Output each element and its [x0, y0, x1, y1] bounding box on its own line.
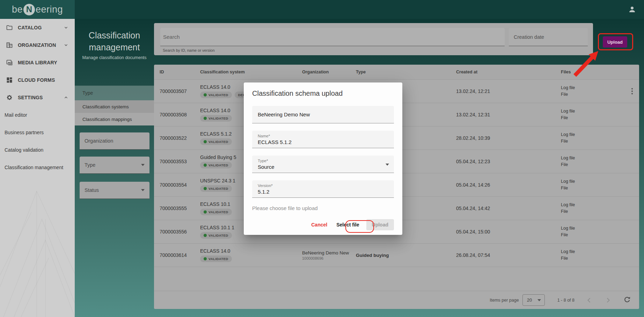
version-field[interactable]: Version* 5.1.2 — [252, 180, 394, 198]
file-link[interactable]: Log file — [561, 155, 625, 161]
cell-created-at: 28.02.24, 10:39 — [456, 135, 561, 141]
organization-value: BeNeering Demo New — [258, 111, 388, 117]
sidebar-item-mail-editor[interactable]: Mail editor — [0, 106, 75, 124]
cell-id: 7000003507 — [160, 88, 200, 94]
organization-filter-placeholder: Organization — [85, 138, 113, 144]
logo[interactable]: be N eering — [0, 0, 75, 19]
file-link[interactable]: Log file — [561, 108, 625, 115]
sidebar-item-label: CATALOG — [18, 25, 42, 30]
select-file-button[interactable]: Select file — [334, 219, 362, 230]
search-helper-text: Search by ID, name or version — [163, 48, 215, 52]
upload-button[interactable]: Upload — [603, 36, 627, 48]
cell-id: 7000003553 — [160, 159, 200, 164]
cell-id: 7000003554 — [160, 182, 200, 188]
table-footer: Items per page 20 1 - 8 of 8 — [154, 291, 639, 309]
name-field[interactable]: Name* ECLASS 5.1.2 — [252, 131, 394, 148]
page-title: Classification management — [77, 29, 152, 53]
status-filter-placeholder: Status — [85, 187, 99, 193]
file-link[interactable]: File — [561, 208, 625, 215]
sidebar-item-settings[interactable]: SETTINGS — [0, 89, 75, 106]
dialog-title: Classification schema upload — [252, 89, 394, 98]
column-header: Type — [356, 70, 456, 74]
chevron-down-icon — [141, 164, 145, 166]
dialog-upload-button[interactable]: Upload — [366, 219, 394, 230]
sidebar-item-label: MEDIA LIBRARY — [18, 60, 57, 65]
status-badge: VALIDATED — [200, 232, 232, 239]
status-badge: VALIDATED — [200, 92, 232, 98]
sidebar-item-cloud-forms[interactable]: CLOUD FORMS — [0, 71, 75, 89]
creation-date-placeholder: Creation date — [514, 34, 544, 40]
cloud-forms-icon — [6, 77, 13, 84]
file-link[interactable]: File — [561, 232, 625, 238]
table-row[interactable]: 7000003614ECLASS 14.0VALIDATEDBeNeering … — [154, 244, 639, 267]
file-link[interactable]: Log file — [561, 225, 625, 232]
file-link[interactable]: Log file — [561, 178, 625, 185]
filter-option-classification-mappings[interactable]: Classification mappings — [75, 113, 154, 125]
status-badge: VALIDATED — [200, 185, 232, 192]
file-link[interactable]: File — [561, 161, 625, 168]
filter-type-header: Type — [75, 86, 154, 100]
validated-dot-icon — [204, 164, 207, 167]
classification-schema-upload-dialog: Classification schema upload BeNeering D… — [244, 82, 402, 235]
file-link[interactable]: File — [561, 255, 625, 262]
sidebar-item-business-partners[interactable]: Business partners — [0, 124, 75, 141]
cell-actions — [625, 87, 639, 96]
file-link[interactable]: File — [561, 91, 625, 98]
cell-files: Log fileFile — [561, 202, 625, 215]
version-label: Version* — [258, 183, 388, 188]
user-icon[interactable] — [628, 5, 636, 14]
search-input[interactable]: Search — [160, 28, 505, 46]
sidebar-item-media-library[interactable]: MEDIA LIBRARY — [0, 54, 75, 71]
choose-file-hint: Please choose file to upload — [252, 205, 394, 211]
file-link[interactable]: Log file — [561, 85, 625, 91]
cell-id: 7000003508 — [160, 112, 200, 117]
cell-created-at: 13.02.24, 12:31 — [456, 112, 561, 117]
file-link[interactable]: File — [561, 138, 625, 145]
organization-id: 1000008696 — [302, 256, 356, 260]
chevron-down-icon — [386, 164, 389, 166]
next-page-icon[interactable] — [604, 296, 612, 304]
column-header: Created at — [456, 70, 561, 74]
file-link[interactable]: Log file — [561, 131, 625, 138]
pagination-range: 1 - 8 of 8 — [557, 298, 575, 303]
chevron-up-icon — [64, 95, 68, 100]
creation-date-input[interactable]: Creation date — [509, 28, 588, 46]
previous-page-icon[interactable] — [585, 296, 593, 304]
filter-option-classification-systems[interactable]: Classification systems — [75, 100, 154, 113]
sidebar-item-catalog[interactable]: CATALOG — [0, 19, 75, 36]
file-link[interactable]: Log file — [561, 248, 625, 255]
row-menu-icon[interactable] — [625, 87, 639, 96]
type-value: Source — [258, 164, 388, 170]
sidebar-item-label: SETTINGS — [18, 95, 43, 100]
type-filter-select[interactable]: Type — [80, 157, 149, 174]
cell-created-at: 05.04.24, 14:42 — [456, 206, 561, 211]
cancel-button[interactable]: Cancel — [309, 219, 329, 230]
refresh-icon[interactable] — [623, 296, 631, 304]
chevron-down-icon — [141, 189, 145, 191]
sidebar-item-classification-management[interactable]: Classification management — [0, 159, 75, 176]
status-filter-select[interactable]: Status — [80, 182, 149, 199]
logo-text-pre: be — [12, 4, 23, 15]
page-size-select[interactable]: 20 — [522, 294, 545, 306]
column-header: Organization — [302, 70, 356, 74]
sidebar-item-catalog-validation[interactable]: Catalog validation — [0, 141, 75, 159]
file-link[interactable]: File — [561, 115, 625, 121]
status-badge: VALIDATED — [200, 209, 232, 215]
type-select[interactable]: Type* Source — [252, 156, 394, 173]
organization-name: BeNeering Demo New — [302, 250, 356, 255]
organization-select[interactable]: BeNeering Demo New — [252, 106, 394, 123]
column-header: Files — [561, 70, 625, 74]
sidebar-item-label: ORGANIZATION — [18, 42, 56, 48]
organization-filter-input[interactable]: Organization — [80, 132, 149, 150]
sidebar: CATALOG ORGANIZATION MEDIA LIBRARY — [0, 19, 75, 317]
file-link[interactable]: File — [561, 185, 625, 192]
page-size-value: 20 — [527, 297, 532, 303]
cell-id: 7000003614 — [160, 252, 200, 258]
column-header: ID — [160, 70, 200, 74]
cell-id: 7000003556 — [160, 229, 200, 235]
organization-icon — [6, 42, 13, 49]
file-link[interactable]: Log file — [561, 202, 625, 208]
sidebar-item-label: CLOUD FORMS — [18, 77, 55, 83]
sidebar-item-organization[interactable]: ORGANIZATION — [0, 36, 75, 54]
status-badge: VALIDATED — [200, 138, 232, 145]
